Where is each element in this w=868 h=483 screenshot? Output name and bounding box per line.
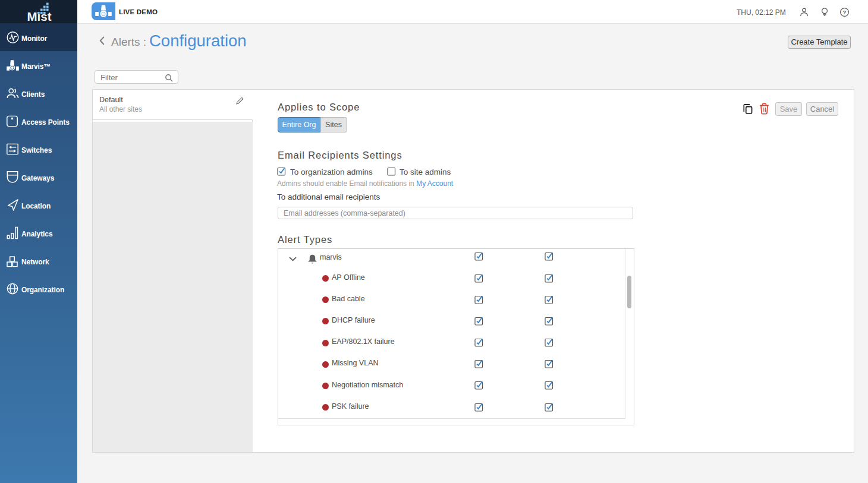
svg-text:Mıst: Mıst — [27, 10, 52, 23]
svg-text:?: ? — [843, 9, 847, 15]
